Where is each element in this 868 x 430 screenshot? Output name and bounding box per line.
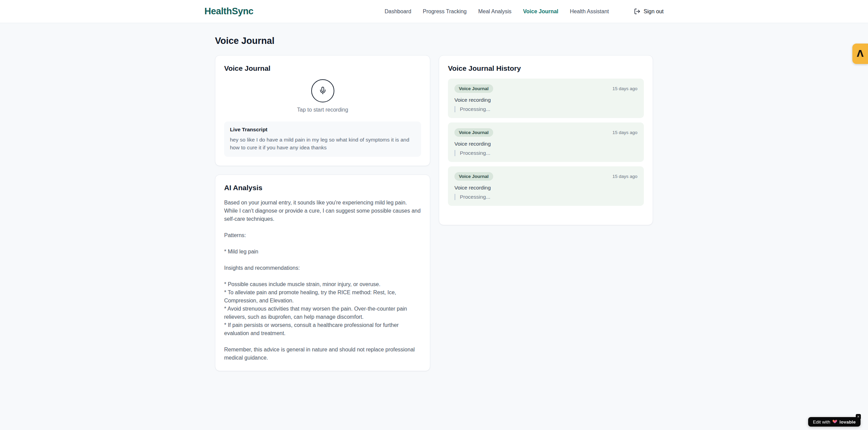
nav-item-dashboard[interactable]: Dashboard	[385, 9, 411, 15]
nav-item-progress-tracking[interactable]: Progress Tracking	[423, 9, 467, 15]
nav-item-health-assistant[interactable]: Health Assistant	[570, 9, 609, 15]
ai-analysis-text: Based on your journal entry, it sounds l…	[224, 199, 421, 362]
entry-label: Voice recording	[454, 185, 637, 191]
nav-item-meal-analysis[interactable]: Meal Analysis	[478, 9, 512, 15]
history-entry[interactable]: Voice Journal 15 days ago Voice recordin…	[448, 79, 644, 118]
recorder-card-title: Voice Journal	[224, 64, 421, 72]
ai-analysis-card: AI Analysis Based on your journal entry,…	[215, 175, 430, 371]
history-list: Voice Journal 15 days ago Voice recordin…	[448, 79, 644, 206]
history-entry[interactable]: Voice Journal 15 days ago Voice recordin…	[448, 166, 644, 206]
live-transcript-panel: Live Transcript hey so like I do have a …	[224, 121, 421, 157]
page-title: Voice Journal	[215, 23, 653, 46]
main-nav: Dashboard Progress Tracking Meal Analysi…	[385, 8, 664, 15]
entry-label: Voice recording	[454, 97, 637, 103]
entry-status: Processing...	[454, 106, 637, 112]
sign-out-button[interactable]: Sign out	[634, 8, 664, 15]
entry-type-badge: Voice Journal	[454, 172, 493, 181]
lovable-brand-label: lovable	[839, 419, 856, 425]
entry-timestamp: 15 days ago	[612, 174, 637, 179]
voice-recorder-card: Voice Journal Tap to start recording	[215, 55, 430, 166]
brand-logo[interactable]: HealthSync	[204, 6, 253, 17]
app-header: HealthSync Dashboard Progress Tracking M…	[0, 0, 868, 23]
ai-analysis-title: AI Analysis	[224, 184, 421, 192]
entry-timestamp: 15 days ago	[612, 130, 637, 135]
nav-item-voice-journal[interactable]: Voice Journal	[523, 9, 558, 15]
entry-type-badge: Voice Journal	[454, 128, 493, 137]
tap-to-record-label: Tap to start recording	[224, 107, 421, 113]
record-button[interactable]	[311, 79, 334, 102]
voice-journal-history-card: Voice Journal History Voice Journal 15 d…	[439, 55, 653, 225]
microphone-icon	[319, 86, 327, 96]
live-transcript-title: Live Transcript	[230, 127, 415, 133]
entry-status: Processing...	[454, 150, 637, 156]
edit-with-lovable-badge[interactable]: Edit with lovable ×	[808, 417, 861, 427]
entry-timestamp: 15 days ago	[612, 86, 637, 91]
extension-logo-icon: Λ	[857, 49, 864, 58]
history-entry[interactable]: Voice Journal 15 days ago Voice recordin…	[448, 122, 644, 162]
main-content: Voice Journal Voice Journal	[215, 23, 653, 371]
entry-type-badge: Voice Journal	[454, 84, 493, 93]
browser-extension-badge[interactable]: Λ	[852, 44, 868, 64]
edit-with-label: Edit with	[813, 419, 830, 425]
entry-label: Voice recording	[454, 141, 637, 147]
log-out-icon	[634, 8, 640, 15]
sign-out-label: Sign out	[644, 9, 664, 15]
lovable-heart-icon	[832, 419, 837, 425]
entry-status: Processing...	[454, 194, 637, 200]
close-icon[interactable]: ×	[856, 414, 861, 419]
live-transcript-text: hey so like I do have a mild pain in my …	[230, 136, 415, 152]
history-card-title: Voice Journal History	[448, 64, 644, 72]
